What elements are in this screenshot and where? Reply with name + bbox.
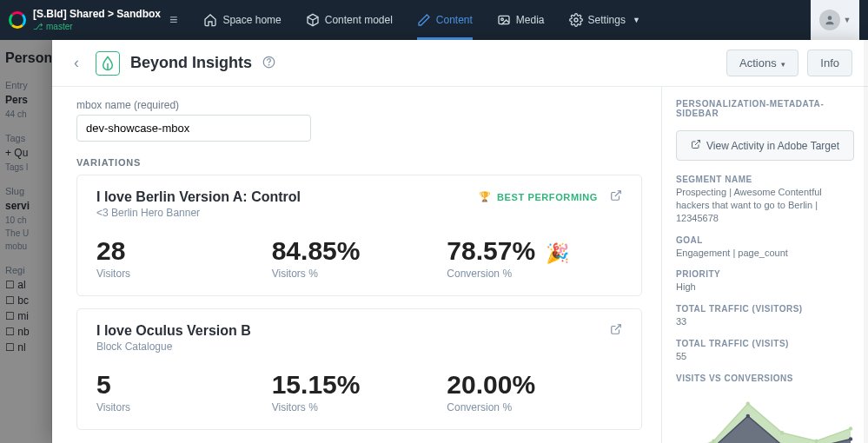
panel-header: ‹ Beyond Insights Actions ▾ Info [52,40,868,87]
entry-fields-area: mbox name (required) VARIATIONS I love B… [52,87,661,443]
segment-name-value: Prospecting | Awesome Contentful hackers… [676,186,854,225]
scrollbar[interactable] [864,40,868,443]
space-name: [S.Bld] Shared > Sandbox [33,9,161,20]
svg-point-17 [849,437,852,440]
nav-media[interactable]: Media [497,0,545,40]
metrics-row: 5 Visitors 15.15% Visitors % 20.00% Conv… [96,370,622,413]
visitors-value: 28 [96,236,272,266]
priority-value: High [676,281,854,294]
variations-heading: VARIATIONS [76,157,642,168]
total-visits-value: 55 [676,350,854,363]
primary-nav: Space home Content model Content Media S… [203,0,639,40]
best-performing-badge: 🏆 BEST PERFORMING [479,191,598,202]
info-button[interactable]: Info [807,50,852,76]
svg-point-11 [849,426,852,430]
mbox-field-label: mbox name (required) [76,99,642,111]
variation-title: I love Oculus Version B [96,323,251,339]
user-avatar-icon [819,10,840,30]
open-external-icon [691,139,701,152]
metadata-sidebar: PERSONALIZATION-METADATA-SIDEBAR View Ac… [661,87,868,443]
nav-content[interactable]: Content [417,0,473,40]
svg-point-5 [268,64,269,65]
sidebar-heading: PERSONALIZATION-METADATA-SIDEBAR [676,99,854,118]
visitors-pct-value: 84.85% [272,236,447,266]
chevron-down-icon: ▼ [844,16,851,24]
mbox-input[interactable] [76,115,311,142]
contentful-logo-icon [9,11,26,29]
top-bar: [S.Bld] Shared > Sandbox ⎇ master ≡ Spac… [0,0,868,40]
svg-point-2 [574,18,578,22]
chevron-down-icon: ▾ [781,60,785,69]
visitors-value: 5 [96,370,272,400]
svg-point-10 [814,440,818,443]
variation-title: I love Berlin Version A: Control [96,189,301,205]
variation-card[interactable]: I love Berlin Version A: Control <3 Berl… [76,175,642,296]
nav-settings[interactable]: Settings ▼ [569,0,640,40]
entry-editor-panel: ‹ Beyond Insights Actions ▾ Info mbox na… [52,40,868,443]
pen-icon [417,13,431,27]
content-type-icon [96,51,120,76]
nav-space-home[interactable]: Space home [203,0,281,40]
trophy-icon: 🏆 [479,191,492,202]
svg-point-1 [501,18,504,21]
goal-value: Engagement | page_count [676,247,854,260]
gear-icon [569,13,583,27]
conversion-pct-value: 78.57% 🎉 [447,236,622,266]
svg-point-3 [827,16,832,20]
svg-point-9 [780,431,784,434]
home-icon [203,13,217,27]
actions-button[interactable]: Actions ▾ [726,50,798,76]
view-in-target-button[interactable]: View Activity in Adobe Target [676,130,854,161]
environment-branch: ⎇ master [33,22,161,31]
party-popper-icon: 🎉 [546,242,569,264]
svg-point-8 [746,401,750,405]
svg-point-7 [712,440,715,443]
conversion-pct-value: 20.00% [447,370,622,400]
open-external-icon[interactable] [610,189,622,204]
metrics-row: 28 Visitors 84.85% Visitors % 78.57% 🎉 C… [96,236,622,280]
svg-point-14 [746,414,750,418]
branch-icon: ⎇ [33,22,43,31]
variation-subtitle: <3 Berlin Hero Banner [96,207,301,219]
variation-card[interactable]: I love Oculus Version B Block Catalogue … [76,308,642,430]
image-icon [497,13,511,27]
cube-icon [306,13,320,27]
open-external-icon[interactable] [610,323,622,338]
account-menu[interactable]: ▼ [811,0,859,40]
space-menu-icon[interactable]: ≡ [169,12,177,28]
visitors-pct-value: 15.15% [272,370,447,400]
page-title: Beyond Insights [130,54,252,72]
chevron-down-icon: ▼ [633,16,640,24]
back-button[interactable]: ‹ [68,54,85,72]
variation-subtitle: Block Catalogue [96,341,251,353]
help-icon[interactable] [262,56,275,71]
total-visitors-value: 33 [676,315,854,328]
space-switcher[interactable]: [S.Bld] Shared > Sandbox ⎇ master [33,9,161,31]
nav-content-model[interactable]: Content model [306,0,393,40]
visits-vs-conversions-chart: 03/1003/1103/1203/1303/1403/15 [676,392,854,443]
